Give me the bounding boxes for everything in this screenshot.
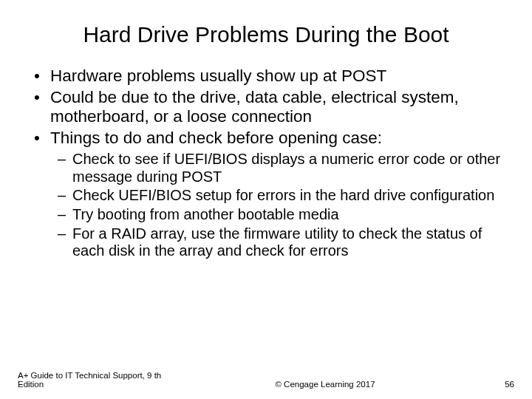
bullet-item: Could be due to the drive, data cable, e…: [30, 88, 505, 127]
sub-bullet-text: For a RAID array, use the firmware utili…: [72, 225, 482, 259]
sub-bullet-text: Check to see if UEFI/BIOS displays a num…: [72, 151, 500, 185]
bullet-text: Hardware problems usually show up at POS…: [50, 66, 386, 85]
sub-bullet-text: Try booting from another bootable media: [72, 206, 339, 222]
sub-bullet-item: For a RAID array, use the firmware utili…: [55, 225, 505, 260]
sub-bullet-text: Check UEFI/BIOS setup for errors in the …: [72, 187, 494, 203]
sub-bullet-list: Check to see if UEFI/BIOS displays a num…: [55, 151, 505, 260]
bullet-item: Hardware problems usually show up at POS…: [30, 66, 505, 86]
slide: Hard Drive Problems During the Boot Hard…: [0, 0, 532, 399]
sub-bullet-item: Try booting from another bootable media: [55, 206, 505, 224]
bullet-text: Could be due to the drive, data cable, e…: [50, 88, 459, 126]
sub-bullet-item: Check to see if UEFI/BIOS displays a num…: [55, 151, 505, 185]
sub-bullet-item: Check UEFI/BIOS setup for errors in the …: [55, 187, 505, 205]
footer: A+ Guide to IT Technical Support, 9 th E…: [18, 371, 514, 389]
bullet-list: Hardware problems usually show up at POS…: [30, 66, 505, 260]
page-number: 56: [470, 380, 514, 389]
footer-left: A+ Guide to IT Technical Support, 9 th E…: [18, 371, 180, 389]
slide-title: Hard Drive Problems During the Boot: [27, 22, 505, 47]
bullet-text: Things to do and check before opening ca…: [50, 129, 382, 147]
footer-center: © Cengage Learning 2017: [180, 380, 470, 389]
bullet-item: Things to do and check before opening ca…: [30, 129, 505, 260]
